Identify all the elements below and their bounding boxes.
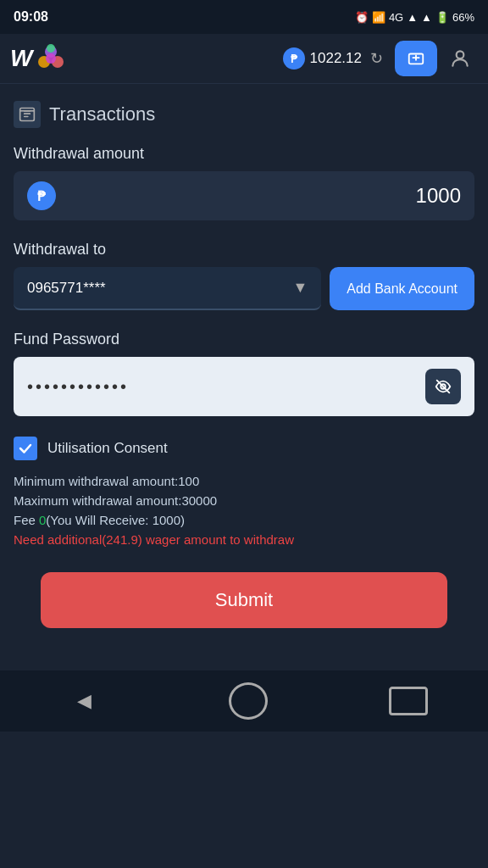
phone-select-dropdown[interactable]: 0965771**** ▼ bbox=[14, 267, 321, 310]
alarm-icon: ⏰ bbox=[355, 11, 369, 24]
password-wrap bbox=[14, 357, 474, 416]
min-withdrawal-info: Minimum withdrawal amount:100 bbox=[14, 474, 474, 488]
logo-w: W bbox=[10, 45, 32, 72]
fund-password-group: Fund Password bbox=[14, 331, 474, 416]
signal-bars2-icon: ▲ bbox=[421, 11, 432, 24]
add-bank-button[interactable]: Add Bank Account bbox=[330, 267, 474, 310]
signal-label: 4G bbox=[389, 11, 403, 24]
submit-button[interactable]: Submit bbox=[41, 572, 447, 628]
back-button[interactable]: ◀ bbox=[60, 683, 108, 719]
consent-checkbox[interactable] bbox=[14, 437, 37, 460]
battery-icon: 🔋 bbox=[435, 11, 449, 24]
header-balance: ₱ 1022.12 ↻ bbox=[283, 41, 478, 76]
info-lines: Minimum withdrawal amount:100 Maximum wi… bbox=[14, 474, 474, 547]
header: W ₱ 1022.12 ↻ bbox=[0, 34, 488, 84]
deposit-button[interactable] bbox=[395, 41, 437, 76]
bottom-nav: ◀ bbox=[0, 670, 488, 732]
amount-peso-circle: ₱ bbox=[27, 181, 56, 210]
refresh-icon[interactable]: ↻ bbox=[370, 49, 383, 68]
section-header: Transactions bbox=[14, 101, 474, 128]
battery-percent: 66% bbox=[452, 11, 474, 24]
peso-icon: ₱ bbox=[283, 47, 305, 70]
home-button[interactable] bbox=[229, 682, 268, 720]
transactions-icon bbox=[14, 101, 41, 128]
consent-row: Utilisation Consent bbox=[14, 437, 474, 460]
wifi-icon: 📶 bbox=[372, 11, 385, 24]
withdrawal-to-group: Withdrawal to 0965771**** ▼ Add Bank Acc… bbox=[14, 241, 474, 310]
fund-password-label: Fund Password bbox=[14, 331, 474, 348]
toggle-password-visibility-button[interactable] bbox=[425, 369, 461, 404]
max-withdrawal-info: Maximum withdrawal amount:30000 bbox=[14, 493, 474, 508]
chevron-down-icon: ▼ bbox=[292, 279, 308, 297]
svg-point-6 bbox=[457, 51, 464, 58]
withdrawal-amount-label: Withdrawal amount bbox=[14, 145, 474, 163]
status-time: 09:08 bbox=[14, 9, 48, 25]
status-icons: ⏰ 📶 4G ▲ ▲ 🔋 66% bbox=[355, 11, 474, 24]
svg-point-4 bbox=[47, 44, 55, 53]
fee-info: Fee 0(You Will Receive: 1000) bbox=[14, 513, 474, 527]
wager-warning: Need additional(241.9) wager amount to w… bbox=[14, 532, 474, 547]
consent-label: Utilisation Consent bbox=[47, 440, 168, 457]
withdrawal-amount-group: Withdrawal amount ₱ bbox=[14, 145, 474, 220]
amount-input[interactable] bbox=[66, 184, 461, 208]
profile-button[interactable] bbox=[442, 41, 478, 76]
withdrawal-to-label: Withdrawal to bbox=[14, 241, 474, 259]
amount-input-wrap: ₱ bbox=[14, 171, 474, 220]
recent-apps-button[interactable] bbox=[389, 687, 428, 715]
app-logo: W bbox=[10, 43, 66, 74]
balance-amount: 1022.12 bbox=[310, 50, 362, 67]
phone-number: 0965771**** bbox=[27, 280, 106, 297]
withdrawal-to-row: 0965771**** ▼ Add Bank Account bbox=[14, 267, 474, 310]
status-bar: 09:08 ⏰ 📶 4G ▲ ▲ 🔋 66% bbox=[0, 0, 488, 34]
page-content: Transactions Withdrawal amount ₱ Withdra… bbox=[0, 84, 488, 645]
section-title: Transactions bbox=[49, 103, 155, 125]
svg-point-3 bbox=[46, 53, 56, 64]
fund-password-input[interactable] bbox=[27, 377, 425, 397]
signal-bars-icon: ▲ bbox=[407, 11, 418, 24]
logo-flower-icon bbox=[36, 43, 66, 74]
